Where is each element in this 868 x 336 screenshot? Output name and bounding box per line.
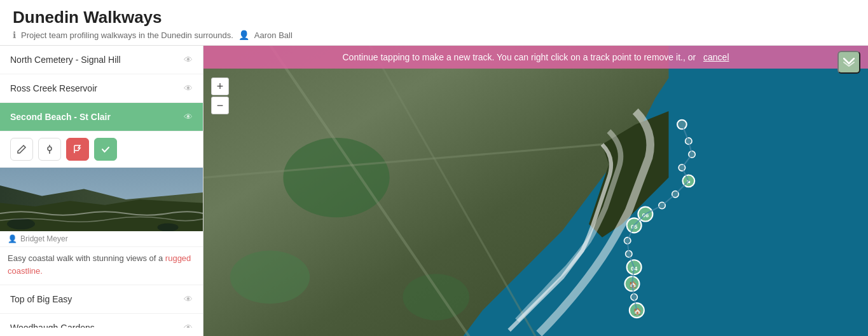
item-description: Easy coastal walk with stunning views of… bbox=[0, 247, 203, 285]
edit-button[interactable] bbox=[10, 138, 33, 161]
svg-point-0 bbox=[48, 147, 52, 151]
sidebar-item-ross-creek[interactable]: Ross Creek Reservoir 👁 bbox=[0, 74, 203, 103]
item-label-top-big-easy: Top of Big Easy bbox=[10, 294, 72, 304]
svg-point-13 bbox=[230, 251, 310, 304]
item-label-ross-creek: Ross Creek Reservoir bbox=[10, 83, 97, 93]
item-label-second-beach: Second Beach - St Clair bbox=[10, 112, 111, 122]
subtitle-text: Project team profiling walkways in the D… bbox=[21, 30, 233, 40]
image-attribution: 👤 Bridget Meyer bbox=[0, 231, 203, 247]
map-container[interactable]: Continue tapping to make a new track. Yo… bbox=[203, 46, 868, 336]
cancel-link[interactable]: cancel bbox=[703, 52, 729, 62]
map-banner: Continue tapping to make a new track. Yo… bbox=[203, 46, 868, 69]
eye-icon-north-cemetery: 👁 bbox=[184, 55, 193, 65]
attribution-name: Bridget Meyer bbox=[20, 234, 68, 243]
action-buttons bbox=[0, 131, 203, 168]
eye-icon-top-big-easy: 👁 bbox=[184, 294, 193, 304]
header-user: Aaron Ball bbox=[254, 30, 293, 40]
eye-icon-woodhaugh: 👁 bbox=[184, 323, 193, 328]
description-text: Easy coastal walk with stunning views of… bbox=[8, 253, 191, 276]
main-area: North Cemetery - Signal Hill 👁 Ross Cree… bbox=[0, 46, 868, 336]
walkway-list: North Cemetery - Signal Hill 👁 Ross Cree… bbox=[0, 46, 203, 131]
zoom-out-button[interactable]: − bbox=[211, 97, 229, 114]
map-background[interactable]: ⚑ 06 05 04 🏠 🏠 bbox=[203, 46, 868, 336]
sidebar: North Cemetery - Signal Hill 👁 Ross Cree… bbox=[0, 46, 203, 336]
sidebar-item-second-beach[interactable]: Second Beach - St Clair 👁 bbox=[0, 103, 203, 131]
attribution-icon: 👤 bbox=[8, 234, 17, 243]
svg-point-7 bbox=[7, 218, 35, 230]
image-card: 👤 Bridget Meyer Easy coastal walk with s… bbox=[0, 168, 203, 285]
item-label-north-cemetery: North Cemetery - Signal Hill bbox=[10, 55, 121, 65]
map-zoom-controls: + − bbox=[211, 77, 229, 114]
item-label-woodhaugh: Woodhaugh Gardens bbox=[10, 323, 95, 328]
sidebar-item-top-big-easy[interactable]: Top of Big Easy 👁 bbox=[0, 285, 203, 314]
app-container: Dunedin Walkways ℹ Project team profilin… bbox=[0, 0, 868, 336]
walkway-list-bottom: Top of Big Easy 👁 Woodhaugh Gardens 👁 bbox=[0, 285, 203, 328]
sidebar-scroll[interactable]: North Cemetery - Signal Hill 👁 Ross Cree… bbox=[0, 46, 203, 328]
user-icon: 👤 bbox=[238, 30, 249, 40]
sidebar-item-woodhaugh[interactable]: Woodhaugh Gardens 👁 bbox=[0, 314, 203, 328]
page-title: Dunedin Walkways bbox=[13, 8, 855, 27]
svg-point-12 bbox=[283, 138, 389, 217]
walkway-photo bbox=[0, 168, 203, 231]
banner-text: Continue tapping to make a new track. Yo… bbox=[343, 52, 696, 62]
flag-button[interactable] bbox=[66, 138, 89, 161]
svg-point-14 bbox=[403, 274, 470, 320]
cancel-button-map bbox=[837, 51, 860, 74]
cancel-icon-btn[interactable] bbox=[837, 51, 860, 74]
check-button[interactable] bbox=[94, 138, 117, 161]
zoom-in-button[interactable]: + bbox=[211, 77, 229, 95]
description-link[interactable]: rugged coastline. bbox=[8, 253, 191, 276]
eye-icon-ross-creek: 👁 bbox=[184, 83, 193, 93]
pin-button[interactable] bbox=[38, 138, 61, 161]
sidebar-item-north-cemetery[interactable]: North Cemetery - Signal Hill 👁 bbox=[0, 46, 203, 74]
svg-point-8 bbox=[158, 223, 179, 231]
header-subtitle: ℹ Project team profiling walkways in the… bbox=[13, 30, 855, 40]
eye-icon-second-beach: 👁 bbox=[184, 112, 193, 122]
svg-text:🏠: 🏠 bbox=[633, 307, 642, 316]
header: Dunedin Walkways ℹ Project team profilin… bbox=[0, 0, 868, 46]
walkway-photo-bg bbox=[0, 168, 203, 231]
info-icon: ℹ bbox=[13, 30, 16, 40]
